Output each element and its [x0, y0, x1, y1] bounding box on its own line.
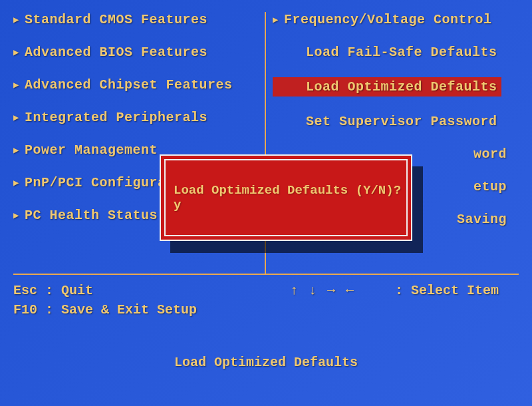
menu-label: Standard CMOS Features [25, 12, 207, 27]
menu-integrated-peripherals[interactable]: ▶ Integrated Peripherals [13, 110, 258, 125]
footer-message: Load Optimized Defaults [13, 355, 519, 370]
menu-load-failsafe[interactable]: Load Fail-Safe Defaults [273, 45, 519, 60]
menu-frequency-voltage[interactable]: ▶ Frequency/Voltage Control [273, 12, 519, 27]
menu-label: PnP/PCI Configura [25, 175, 166, 190]
menu-label: Saving [457, 212, 507, 227]
menu-label: Set Supervisor Password [306, 114, 497, 129]
dialog-message: Load Optimized Defaults (Y/N)? y [174, 183, 406, 212]
triangle-icon: ▶ [13, 14, 19, 25]
help-f10: F10 : Save & Exit Setup [13, 302, 197, 317]
menu-supervisor-password[interactable]: Set Supervisor Password [273, 114, 519, 129]
triangle-icon: ▶ [273, 14, 279, 25]
dialog-inner: Load Optimized Defaults (Y/N)? y [164, 159, 408, 236]
menu-label: Frequency/Voltage Control [284, 12, 492, 27]
triangle-icon: ▶ [13, 47, 19, 58]
menu-label: Advanced BIOS Features [25, 45, 207, 60]
menu-label: Load Fail-Safe Defaults [306, 45, 497, 60]
menu-label: Advanced Chipset Features [25, 77, 233, 93]
confirm-dialog[interactable]: Load Optimized Defaults (Y/N)? y [160, 154, 412, 241]
help-select: ↑ ↓ → ← : Select Item [290, 283, 519, 317]
menu-label: etup [473, 179, 507, 194]
menu-advanced-bios[interactable]: ▶ Advanced BIOS Features [13, 45, 258, 60]
menu-label-selected: Load Optimized Defaults [273, 77, 501, 97]
arrow-icons: ↑ ↓ → ← [290, 283, 355, 298]
triangle-icon: ▶ [13, 177, 19, 188]
help-select-label: : Select Item [395, 283, 499, 298]
triangle-icon: ▶ [13, 79, 19, 91]
menu-load-optimized-selected[interactable]: Load Optimized Defaults [273, 77, 519, 97]
triangle-icon: ▶ [13, 112, 19, 123]
menu-label: PC Health Status [25, 208, 158, 223]
menu-label: word [473, 146, 507, 162]
help-area: Esc : Quit F10 : Save & Exit Setup ↑ ↓ →… [13, 275, 519, 317]
help-esc: Esc : Quit [13, 283, 197, 298]
triangle-icon: ▶ [13, 144, 19, 156]
triangle-icon: ▶ [13, 210, 19, 221]
menu-label: Power Management [25, 142, 158, 158]
menu-advanced-chipset[interactable]: ▶ Advanced Chipset Features [13, 77, 258, 93]
menu-label: Integrated Peripherals [25, 110, 207, 125]
menu-standard-cmos[interactable]: ▶ Standard CMOS Features [13, 12, 258, 27]
